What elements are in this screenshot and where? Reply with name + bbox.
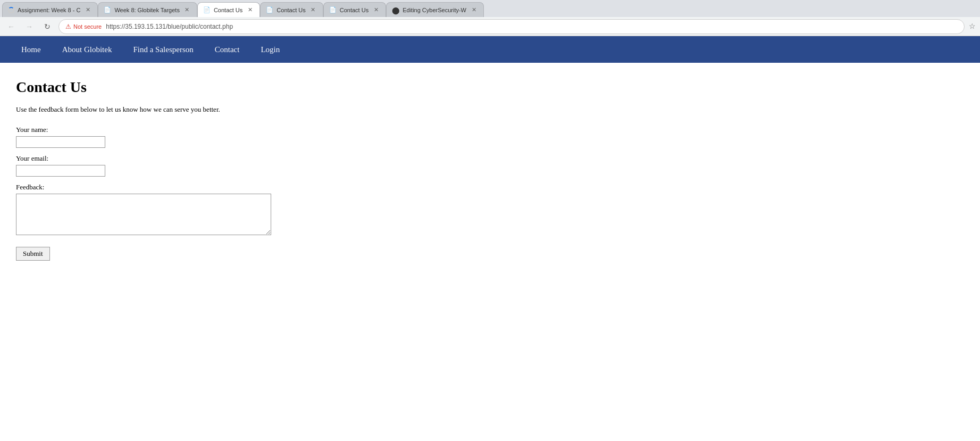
tab-3-title: Contact Us <box>214 7 242 13</box>
page-content: Contact Us Use the feedback form below t… <box>0 63 980 277</box>
tab-3-favicon: 📄 <box>203 6 211 14</box>
tab-4[interactable]: 📄 Contact Us ✕ <box>260 2 323 17</box>
nav-login[interactable]: Login <box>250 38 290 62</box>
url-text: https://35.193.15.131/blue/public/contac… <box>106 23 233 30</box>
tab-4-favicon: 📄 <box>266 6 273 14</box>
name-label: Your name: <box>16 126 964 134</box>
address-bar[interactable]: ⚠ Not secure https://35.193.15.131/blue/… <box>58 19 965 34</box>
warning-icon: ⚠ <box>65 23 71 30</box>
reload-button[interactable]: ↻ <box>40 20 54 34</box>
tab-5-close[interactable]: ✕ <box>372 6 380 14</box>
tab-3-close[interactable]: ✕ <box>246 6 254 14</box>
nav-home[interactable]: Home <box>11 38 52 62</box>
nav-find-salesperson[interactable]: Find a Salesperson <box>122 38 204 62</box>
name-group: Your name: <box>16 126 964 148</box>
tab-1-title: Assignment: Week 8 - C <box>18 7 80 13</box>
feedback-label: Feedback: <box>16 183 964 192</box>
tab-6[interactable]: ⬤ Editing CyberSecurity-W ✕ <box>386 2 484 17</box>
tab-1-close[interactable]: ✕ <box>83 6 92 14</box>
email-label: Your email: <box>16 154 964 163</box>
browser-chrome: Assignment: Week 8 - C ✕ 📄 Week 8: Globi… <box>0 0 980 36</box>
tab-5[interactable]: 📄 Contact Us ✕ <box>323 2 386 17</box>
security-indicator: ⚠ Not secure <box>65 23 102 30</box>
address-bar-row: ← → ↻ ⚠ Not secure https://35.193.15.131… <box>0 17 980 36</box>
tab-6-title: Editing CyberSecurity-W <box>403 7 466 13</box>
name-input[interactable] <box>16 136 105 148</box>
email-input[interactable] <box>16 165 105 177</box>
tab-1-spinner <box>8 7 14 13</box>
page-subtitle: Use the feedback form below to let us kn… <box>16 105 964 114</box>
feedback-group: Feedback: <box>16 183 964 235</box>
bookmark-icon[interactable]: ☆ <box>969 22 976 31</box>
tab-2-favicon: 📄 <box>104 6 111 14</box>
forward-button[interactable]: → <box>22 20 36 34</box>
page-title: Contact Us <box>16 79 964 96</box>
feedback-textarea[interactable] <box>16 194 271 235</box>
email-group: Your email: <box>16 154 964 177</box>
tab-3[interactable]: 📄 Contact Us ✕ <box>197 2 260 17</box>
back-button[interactable]: ← <box>4 20 18 34</box>
site-nav: Home About Globitek Find a Salesperson C… <box>0 36 980 63</box>
contact-form: Your name: Your email: Feedback: Submit <box>16 126 964 261</box>
tab-5-title: Contact Us <box>340 7 368 13</box>
tab-bar: Assignment: Week 8 - C ✕ 📄 Week 8: Globi… <box>0 0 980 17</box>
nav-contact[interactable]: Contact <box>204 38 250 62</box>
tab-5-favicon: 📄 <box>329 6 337 14</box>
tab-2-close[interactable]: ✕ <box>183 6 191 14</box>
nav-about[interactable]: About Globitek <box>52 38 123 62</box>
tab-2[interactable]: 📄 Week 8: Globitek Targets ✕ <box>98 2 197 17</box>
security-label: Not secure <box>73 23 102 30</box>
tab-4-close[interactable]: ✕ <box>309 6 317 14</box>
tab-6-close[interactable]: ✕ <box>470 6 478 14</box>
submit-button[interactable]: Submit <box>16 247 50 261</box>
tab-1[interactable]: Assignment: Week 8 - C ✕ <box>2 2 98 17</box>
tab-6-favicon: ⬤ <box>392 6 399 14</box>
tab-4-title: Contact Us <box>277 7 305 13</box>
tab-2-title: Week 8: Globitek Targets <box>114 7 180 13</box>
